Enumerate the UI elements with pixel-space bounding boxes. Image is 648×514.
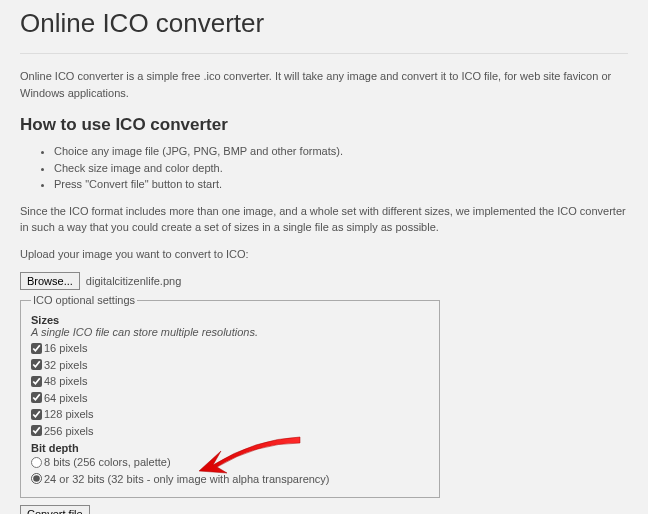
size-option-16[interactable]: 16 pixels: [31, 340, 429, 357]
selected-filename: digitalcitizenlife.png: [86, 275, 181, 287]
bitdepth-label: 24 or 32 bits (32 bits - only image with…: [44, 471, 330, 488]
fieldset-legend: ICO optional settings: [31, 294, 137, 306]
convert-button[interactable]: Convert file: [20, 505, 90, 514]
bitdepth-radio[interactable]: [31, 457, 42, 468]
size-option-256[interactable]: 256 pixels: [31, 423, 429, 440]
list-item: Press "Convert file" button to start.: [54, 176, 628, 193]
intro-text: Online ICO converter is a simple free .i…: [20, 68, 628, 101]
browse-button[interactable]: Browse...: [20, 272, 80, 290]
ico-settings-fieldset: ICO optional settings Sizes A single ICO…: [20, 294, 440, 498]
sizes-heading: Sizes: [31, 314, 429, 326]
size-checkbox[interactable]: [31, 376, 42, 387]
size-option-64[interactable]: 64 pixels: [31, 390, 429, 407]
steps-list: Choice any image file (JPG, PNG, BMP and…: [54, 143, 628, 193]
divider: [20, 53, 628, 54]
upload-label: Upload your image you want to convert to…: [20, 246, 628, 263]
sizes-subtitle: A single ICO file can store multiple res…: [31, 326, 429, 338]
list-item: Choice any image file (JPG, PNG, BMP and…: [54, 143, 628, 160]
size-option-32[interactable]: 32 pixels: [31, 357, 429, 374]
size-label: 128 pixels: [44, 406, 94, 423]
size-option-48[interactable]: 48 pixels: [31, 373, 429, 390]
size-label: 32 pixels: [44, 357, 87, 374]
size-checkbox[interactable]: [31, 392, 42, 403]
description-text: Since the ICO format includes more than …: [20, 203, 628, 236]
size-checkbox[interactable]: [31, 425, 42, 436]
size-checkbox[interactable]: [31, 343, 42, 354]
size-label: 48 pixels: [44, 373, 87, 390]
size-checkbox[interactable]: [31, 409, 42, 420]
bitdepth-option-8[interactable]: 8 bits (256 colors, palette): [31, 454, 429, 471]
page-title: Online ICO converter: [20, 8, 628, 39]
bitdepth-heading: Bit depth: [31, 442, 429, 454]
size-label: 256 pixels: [44, 423, 94, 440]
size-checkbox[interactable]: [31, 359, 42, 370]
bitdepth-option-24-32[interactable]: 24 or 32 bits (32 bits - only image with…: [31, 471, 429, 488]
bitdepth-label: 8 bits (256 colors, palette): [44, 454, 171, 471]
size-option-128[interactable]: 128 pixels: [31, 406, 429, 423]
size-label: 64 pixels: [44, 390, 87, 407]
bitdepth-radio[interactable]: [31, 473, 42, 484]
size-label: 16 pixels: [44, 340, 87, 357]
list-item: Check size image and color depth.: [54, 160, 628, 177]
howto-heading: How to use ICO converter: [20, 115, 628, 135]
upload-row: Browse... digitalcitizenlife.png: [20, 272, 628, 290]
